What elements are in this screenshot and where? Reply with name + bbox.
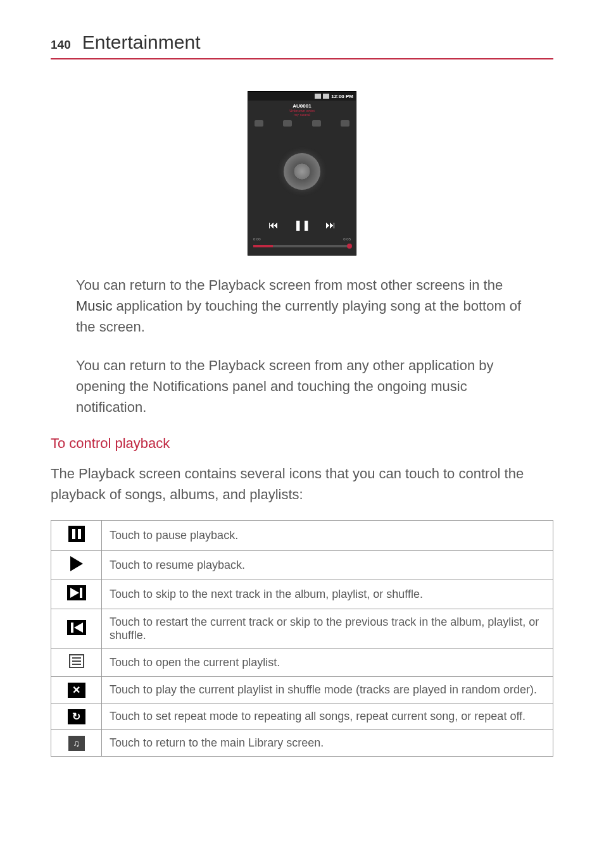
table-row: ♫ Touch to return to the main Library sc… (51, 730, 553, 757)
battery-icon (323, 94, 329, 99)
table-row: Touch to resume playback. (51, 551, 553, 580)
p1-post: application by touching the currently pl… (76, 298, 521, 335)
icon-cell (51, 609, 102, 649)
intro-text: The Playback screen contains several ico… (51, 463, 553, 505)
play-icon (70, 556, 83, 571)
table-row: Touch to open the current playlist. (51, 649, 553, 677)
desc-cell: Touch to skip to the next track in the a… (102, 580, 553, 609)
track-title: AU0001 (248, 103, 356, 109)
playlist-icon (69, 654, 84, 668)
icon-cell (51, 551, 102, 580)
previous-track-icon (67, 620, 86, 635)
icon-cell (51, 649, 102, 677)
table-row: ↻ Touch to set repeat mode to repeating … (51, 704, 553, 730)
repeat-icon: ↻ (68, 709, 85, 724)
previous-icon: ⏮ (268, 220, 279, 231)
table-row: Touch to skip to the next track in the a… (51, 580, 553, 609)
icons-table: Touch to pause playback. Touch to resume… (51, 520, 553, 757)
icon-cell: ↻ (51, 704, 102, 730)
section-title: Entertainment (82, 32, 201, 53)
phone-screenshot: 12:00 PM AU0001 Unknown artist my sound … (51, 91, 553, 256)
desc-cell: Touch to open the current playlist. (102, 649, 553, 677)
playback-controls: ⏮ ❚❚ ⏭ (248, 213, 356, 237)
track-info: AU0001 Unknown artist my sound (248, 101, 356, 119)
player-top-icons (248, 119, 356, 130)
icon-cell (51, 521, 102, 551)
desc-cell: Touch to play the current playlist in sh… (102, 677, 553, 704)
status-time: 12:00 PM (331, 94, 353, 99)
icon-cell: ♫ (51, 730, 102, 757)
player-icon-1 (255, 120, 263, 127)
icon-cell: ✕ (51, 677, 102, 704)
subheading-control-playback: To control playback (51, 435, 553, 452)
time-total: 0:05 (343, 237, 351, 241)
desc-cell: Touch to resume playback. (102, 551, 553, 580)
track-album: my sound (248, 113, 356, 116)
shuffle-icon: ✕ (68, 683, 85, 698)
table-row: Touch to pause playback. (51, 521, 553, 551)
paragraph-1: You can return to the Playback screen fr… (76, 275, 528, 337)
signal-icon (315, 94, 321, 99)
player-icon-4 (341, 120, 349, 127)
table-row: ✕ Touch to play the current playlist in … (51, 677, 553, 704)
library-icon: ♫ (68, 736, 85, 751)
player-icon-2 (283, 120, 292, 127)
player-icon-3 (312, 120, 321, 127)
page-header: 140 Entertainment (51, 32, 553, 59)
desc-cell: Touch to return to the main Library scre… (102, 730, 553, 757)
paragraph-2: You can return to the Playback screen fr… (76, 355, 528, 418)
time-row: 0:00 0:05 (248, 237, 356, 241)
p1-emphasis: Music (76, 298, 112, 314)
desc-cell: Touch to restart the current track or sk… (102, 609, 553, 649)
next-icon: ⏭ (325, 220, 336, 231)
pause-icon (68, 526, 85, 542)
album-art-area (248, 130, 356, 213)
status-bar: 12:00 PM (248, 92, 356, 101)
desc-cell: Touch to pause playback. (102, 521, 553, 551)
progress-bar (253, 245, 351, 247)
disc-icon (284, 153, 320, 190)
phone-screen: 12:00 PM AU0001 Unknown artist my sound … (248, 91, 356, 256)
time-elapsed: 0:00 (253, 237, 261, 241)
p1-pre: You can return to the Playback screen fr… (76, 277, 503, 293)
icon-cell (51, 580, 102, 609)
next-track-icon (67, 585, 86, 600)
table-row: Touch to restart the current track or sk… (51, 609, 553, 649)
pause-icon: ❚❚ (294, 219, 310, 231)
desc-cell: Touch to set repeat mode to repeating al… (102, 704, 553, 730)
page-number: 140 (51, 38, 71, 52)
